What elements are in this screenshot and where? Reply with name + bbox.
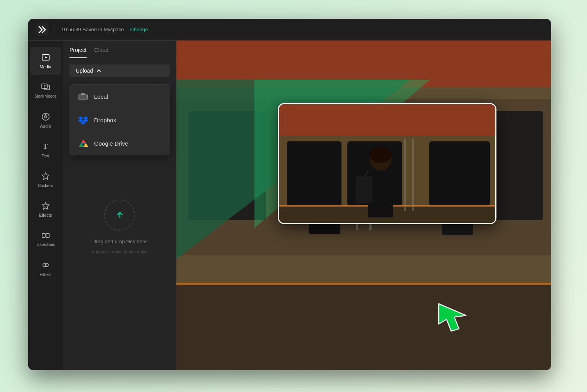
stickers-icon bbox=[41, 171, 50, 181]
sidebar-item-media[interactable]: Media bbox=[30, 47, 61, 75]
sidebar-item-transitions[interactable]: Transitions bbox=[30, 225, 61, 253]
stock-videos-icon bbox=[41, 82, 50, 92]
svg-marker-57 bbox=[439, 304, 466, 331]
sidebar-item-stickers[interactable]: Stickers bbox=[30, 166, 61, 194]
drop-main-text: Drag and drop files here bbox=[92, 239, 147, 244]
text-icon: T bbox=[41, 142, 50, 151]
upload-button[interactable]: Upload bbox=[69, 64, 170, 77]
media-icon bbox=[41, 53, 50, 62]
dropdown-item-dropbox[interactable]: Dropbox bbox=[70, 108, 170, 132]
svg-marker-2 bbox=[45, 56, 47, 59]
sidebar: Media Stock videos bbox=[28, 41, 63, 370]
sidebar-label-audio: Audio bbox=[40, 124, 51, 128]
svg-point-6 bbox=[44, 116, 47, 118]
titlebar-change-link[interactable]: Change bbox=[130, 27, 148, 32]
sidebar-label-stickers: Stickers bbox=[38, 183, 53, 188]
local-icon bbox=[78, 91, 89, 102]
effects-icon bbox=[41, 201, 50, 210]
floating-card-content bbox=[279, 104, 496, 224]
svg-rect-17 bbox=[79, 95, 87, 99]
sidebar-label-transitions: Transitions bbox=[36, 242, 55, 247]
svg-marker-9 bbox=[42, 173, 49, 180]
cursor-arrow bbox=[435, 301, 470, 332]
titlebar: 10:56:39 Saved in Myspace Change bbox=[28, 19, 551, 41]
titlebar-status: 10:56:39 Saved in Myspace bbox=[61, 27, 124, 32]
dropbox-icon bbox=[78, 114, 89, 125]
sidebar-item-text[interactable]: T Text bbox=[30, 136, 61, 164]
drop-sub-text: Supports: video, photo, audio bbox=[92, 249, 148, 254]
upload-arrow-icon bbox=[114, 209, 126, 221]
tab-project[interactable]: Project bbox=[69, 47, 87, 58]
player-area: Player bbox=[176, 41, 551, 370]
app-logo bbox=[36, 23, 48, 36]
sidebar-label-media: Media bbox=[40, 64, 52, 69]
app-window: 10:56:39 Saved in Myspace Change Media bbox=[28, 19, 551, 370]
sidebar-label-effects: Effects bbox=[39, 213, 52, 217]
google-drive-icon bbox=[78, 138, 89, 149]
dropdown-item-google-drive[interactable]: Google Drive bbox=[70, 132, 170, 155]
sidebar-item-effects[interactable]: Effects bbox=[30, 195, 61, 223]
local-label: Local bbox=[94, 93, 108, 100]
svg-point-53 bbox=[370, 147, 391, 163]
svg-text:T: T bbox=[43, 143, 48, 150]
tab-cloud[interactable]: Cloud bbox=[94, 47, 109, 58]
svg-rect-18 bbox=[81, 93, 85, 95]
audio-icon bbox=[41, 112, 50, 121]
panel-tabs: Project Cloud bbox=[63, 41, 176, 58]
svg-rect-12 bbox=[42, 233, 45, 237]
sidebar-item-stock-videos[interactable]: Stock videos bbox=[30, 77, 61, 105]
svg-rect-48 bbox=[429, 141, 490, 206]
transitions-icon bbox=[41, 231, 50, 240]
svg-rect-49 bbox=[404, 139, 406, 211]
google-drive-label: Google Drive bbox=[94, 140, 128, 147]
svg-rect-31 bbox=[176, 283, 551, 285]
chevron-up-icon bbox=[96, 68, 101, 73]
main-layout: Media Stock videos bbox=[28, 41, 551, 370]
svg-rect-46 bbox=[287, 141, 342, 206]
upload-dropdown: Local Dropbox bbox=[69, 84, 170, 155]
dropbox-label: Dropbox bbox=[94, 117, 116, 123]
sidebar-label-stock: Stock videos bbox=[34, 94, 57, 99]
filters-icon bbox=[41, 260, 50, 270]
svg-rect-13 bbox=[46, 233, 49, 237]
svg-rect-55 bbox=[356, 176, 373, 203]
svg-rect-4 bbox=[44, 85, 50, 90]
sidebar-label-filters: Filters bbox=[40, 272, 52, 277]
floating-video-card bbox=[278, 103, 496, 224]
media-panel: Project Cloud Upload bbox=[63, 41, 176, 370]
sidebar-label-text: Text bbox=[41, 153, 49, 158]
drop-circle bbox=[104, 200, 135, 231]
svg-rect-43 bbox=[279, 104, 496, 135]
sidebar-item-audio[interactable]: Audio bbox=[30, 106, 61, 134]
sidebar-item-filters[interactable]: Filters bbox=[30, 255, 61, 283]
svg-rect-50 bbox=[412, 139, 414, 211]
dropdown-item-local[interactable]: Local bbox=[70, 85, 170, 108]
titlebar-divider bbox=[55, 25, 55, 34]
svg-rect-24 bbox=[176, 283, 551, 370]
svg-rect-3 bbox=[42, 84, 47, 89]
upload-label: Upload bbox=[76, 68, 93, 74]
